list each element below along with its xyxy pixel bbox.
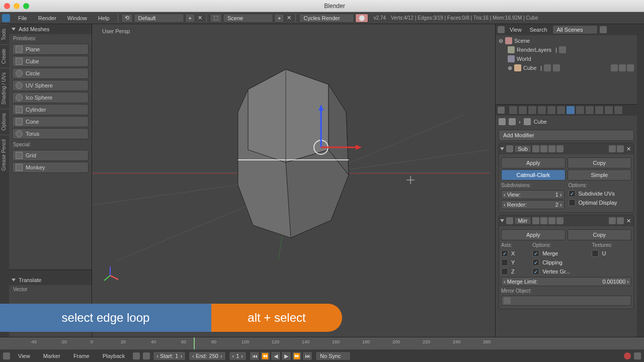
jump-start-button[interactable]: ⏮ [250, 351, 260, 360]
mesh-data-icon[interactable] [544, 64, 551, 71]
render-tab[interactable] [509, 106, 518, 115]
scene-tab[interactable] [528, 106, 537, 115]
object-tab[interactable] [547, 106, 556, 115]
constraints-tab[interactable] [556, 106, 566, 115]
axis-x-checkbox[interactable] [501, 250, 508, 257]
add-modifier-button[interactable]: Add Modifier [499, 130, 634, 141]
autokey-record-icon[interactable] [624, 352, 631, 359]
viewport-canvas[interactable] [92, 24, 495, 337]
modifiers-tab[interactable] [566, 106, 575, 115]
apply-button[interactable]: Apply [501, 229, 566, 240]
axis-y-checkbox[interactable] [501, 259, 508, 266]
image-icon[interactable] [559, 46, 566, 53]
timeline-frame-menu[interactable]: Frame [68, 352, 95, 360]
back-button[interactable]: ⟲ [121, 14, 133, 23]
world-tab[interactable] [537, 106, 546, 115]
help-menu[interactable]: Help [93, 14, 115, 22]
search-icon[interactable] [600, 26, 607, 33]
editor-type-icon[interactable] [498, 107, 505, 114]
delete-modifier-button[interactable]: ✕ [625, 217, 632, 224]
render-subdivisions-field[interactable]: ‹ Render:2 › [501, 200, 565, 209]
layout-add-button[interactable]: + [185, 14, 195, 23]
tab-shading-uvs[interactable]: Shading / UVs [0, 68, 9, 109]
render-visibility-icon[interactable] [532, 145, 539, 152]
copy-button[interactable]: Copy [568, 157, 632, 168]
range-icon[interactable] [133, 352, 140, 359]
merge-checkbox[interactable] [532, 250, 539, 257]
axis-z-checkbox[interactable] [501, 268, 508, 275]
data-tab[interactable] [576, 106, 585, 115]
move-down-icon[interactable] [617, 217, 624, 224]
current-frame-marker[interactable] [194, 337, 195, 349]
add-cone-button[interactable]: Cone [12, 116, 89, 127]
cursor-icon[interactable] [619, 64, 626, 71]
play-reverse-button[interactable]: ◀ [271, 351, 281, 360]
pin-icon[interactable] [499, 118, 506, 125]
blender-icon[interactable] [2, 14, 10, 22]
physics-tab[interactable] [614, 106, 623, 115]
outliner-view-menu[interactable]: View [507, 26, 525, 34]
translate-header[interactable]: Translate [9, 275, 92, 285]
timeline-ruler[interactable]: -40-200204060801001201401601802002202402… [0, 337, 644, 349]
move-up-icon[interactable] [609, 217, 616, 224]
3d-viewport[interactable]: User Persp [92, 24, 495, 337]
render-menu[interactable]: Render [33, 14, 61, 22]
scene-remove-button[interactable]: ✕ [285, 15, 292, 22]
mesh-object[interactable] [238, 69, 349, 238]
apply-button[interactable]: Apply [501, 157, 566, 168]
scene-add-button[interactable]: + [274, 14, 284, 23]
simple-button[interactable]: Simple [568, 169, 632, 180]
render-engine-select[interactable]: Cycles Render [299, 14, 354, 23]
particles-tab[interactable] [604, 106, 613, 115]
close-window-button[interactable] [4, 3, 10, 9]
texture-u-checkbox[interactable] [592, 250, 599, 257]
view-subdivisions-field[interactable]: ‹ View:1 › [501, 190, 565, 199]
tab-grease-pencil[interactable]: Grease Pencil [0, 135, 9, 175]
editmode-visibility-icon[interactable] [548, 145, 555, 152]
screen-layout-select[interactable]: Default [134, 14, 184, 23]
add-grid-button[interactable]: Grid [12, 150, 89, 161]
renderlayers-tab[interactable] [518, 106, 527, 115]
collapse-icon[interactable] [500, 219, 504, 222]
delete-modifier-button[interactable]: ✕ [625, 145, 632, 152]
keyframe-prev-button[interactable]: ⏪ [260, 351, 270, 360]
end-frame-field[interactable]: ‹ End:250› [189, 351, 225, 360]
tab-options[interactable]: Options [0, 109, 9, 134]
panel-resize-handle[interactable] [9, 270, 92, 275]
cage-icon[interactable] [556, 145, 564, 152]
timeline-playback-menu[interactable]: Playback [98, 352, 130, 360]
add-icosphere-button[interactable]: Ico Sphere [12, 92, 89, 103]
keying-set-icon[interactable] [634, 352, 641, 359]
optimal-display-checkbox[interactable] [569, 199, 576, 206]
move-up-icon[interactable] [609, 145, 616, 152]
add-uvsphere-button[interactable]: UV Sphere [12, 80, 89, 91]
outliner-filter-select[interactable]: All Scenes [552, 25, 598, 34]
editor-type-icon[interactable] [3, 352, 10, 359]
add-plane-button[interactable]: Plane [12, 44, 89, 55]
file-menu[interactable]: File [13, 14, 32, 22]
add-monkey-button[interactable]: Monkey [12, 162, 89, 173]
modifier-name-field[interactable]: Mirr [514, 217, 531, 225]
copy-button[interactable]: Copy [568, 229, 632, 240]
properties-scrollbar[interactable] [637, 24, 644, 337]
camera-render-icon[interactable] [627, 64, 634, 71]
vertex-groups-checkbox[interactable] [532, 268, 539, 275]
zoom-window-button[interactable] [23, 3, 29, 9]
mirror-object-field[interactable] [501, 296, 631, 306]
move-down-icon[interactable] [617, 145, 624, 152]
current-frame-field[interactable]: ‹1› [229, 351, 247, 360]
outliner-search-menu[interactable]: Search [527, 26, 550, 34]
add-circle-button[interactable]: Circle [12, 68, 89, 79]
tab-create[interactable]: Create [0, 44, 9, 68]
outliner-tree[interactable]: ⊖Scene RenderLayers| World ⊕Cube| [496, 35, 637, 73]
object-picker-icon[interactable] [504, 297, 511, 304]
texture-tab[interactable] [595, 106, 604, 115]
layout-remove-button[interactable]: ✕ [196, 15, 203, 22]
minimize-window-button[interactable] [14, 3, 20, 9]
editmode-visibility-icon[interactable] [548, 217, 555, 224]
material-tab[interactable] [585, 106, 594, 115]
start-frame-field[interactable]: ‹ Start:1› [153, 351, 186, 360]
merge-limit-field[interactable]: ‹ Merge Limit:0.001000 › [501, 277, 631, 286]
tab-tools[interactable]: Tools [0, 24, 9, 44]
window-menu[interactable]: Window [62, 14, 92, 22]
